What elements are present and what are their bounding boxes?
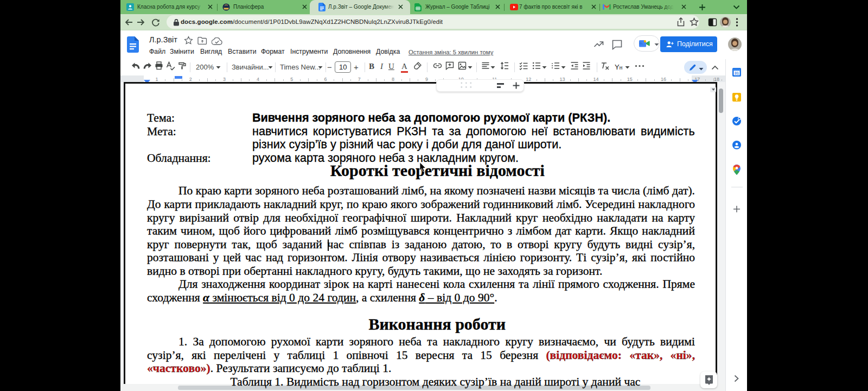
svg-text:31: 31 bbox=[735, 71, 739, 75]
